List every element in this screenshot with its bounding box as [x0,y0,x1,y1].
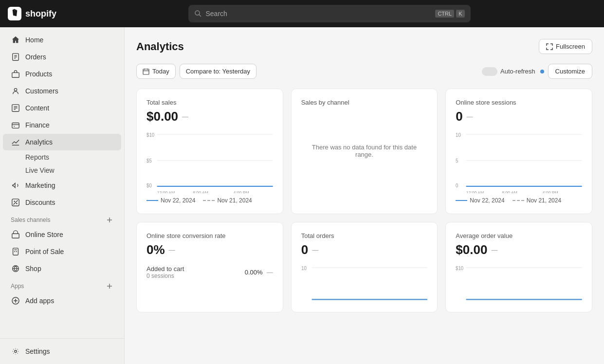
sidebar-item-point-of-sale[interactable]: Point of Sale [3,243,121,260]
svg-point-17 [16,203,18,204]
keyboard-shortcut: CTRL K [435,10,464,18]
main-content: Analytics Fullscreen Today Compare to: Y… [125,27,604,364]
logo[interactable]: shopify [8,7,56,20]
auto-refresh-label: Auto-refresh [500,68,535,75]
sessions-legend-line-previous [512,200,524,201]
total-sales-value: $0.00 — [146,109,273,124]
customize-button[interactable]: Customize [548,64,592,79]
legend-previous-label: Nov 21, 2024 [217,197,252,204]
sidebar-label-marketing: Marketing [25,182,55,189]
legend-line-previous [203,200,215,201]
sidebar-label-reports: Reports [25,153,49,161]
total-orders-badge: — [312,246,318,254]
svg-rect-12 [12,123,19,128]
analytics-cards-grid: Total sales $0.00 — $10 $5 $0 [136,89,592,312]
today-button[interactable]: Today [136,64,176,79]
customers-icon [11,86,20,96]
online-sessions-title: Online store sessions [456,99,582,106]
search-icon [194,10,202,18]
online-sessions-value: 0 — [456,109,582,124]
compare-button[interactable]: Compare to: Yesterday [180,64,256,79]
products-icon [11,69,20,79]
fullscreen-icon [546,43,553,50]
sales-by-channel-title: Sales by channel [301,99,428,106]
sidebar-item-live-view[interactable]: Live View [3,164,121,177]
sidebar-item-finance[interactable]: Finance [3,117,121,133]
conversion-rate-badge: — [169,246,175,254]
sidebar-item-add-apps[interactable]: Add apps [3,292,121,309]
search-bar[interactable]: Search CTRL K [188,5,471,22]
sidebar: Home Orders Products Cu [0,27,125,364]
svg-text:8:00 AM: 8:00 AM [502,190,518,193]
conversion-sub-val-group: 0.00% — [245,269,273,276]
page-title: Analytics [136,40,184,53]
expand-sales-channels-icon[interactable] [106,216,113,224]
sessions-legend-current: Nov 22, 2024 [456,197,504,204]
auto-refresh-switch[interactable] [482,67,497,76]
conversion-rate-sub-row: Added to cart 0 sessions 0.00% — [146,265,273,279]
svg-text:4:00 PM: 4:00 PM [234,190,249,193]
sales-channels-section: Sales channels [0,211,124,226]
sessions-legend-current-label: Nov 22, 2024 [470,197,504,204]
sidebar-item-reports[interactable]: Reports [3,151,121,164]
sidebar-label-pos: Point of Sale [25,248,64,255]
svg-text:$5: $5 [146,158,152,164]
finance-icon [11,120,20,130]
sidebar-item-shop[interactable]: Shop [3,260,121,277]
svg-point-16 [14,200,15,202]
svg-rect-22 [12,234,19,238]
marketing-icon [11,181,20,190]
sidebar-nav: Home Orders Products Cu [0,27,124,338]
auto-refresh-toggle[interactable]: Auto-refresh [482,67,544,76]
compare-label: Compare to: Yesterday [186,68,250,75]
sidebar-label-live-view: Live View [25,166,55,174]
svg-text:10: 10 [301,265,307,271]
svg-text:8:00 AM: 8:00 AM [193,190,208,193]
search-placeholder: Search [206,10,227,18]
sidebar-item-discounts[interactable]: Discounts [3,194,121,211]
sidebar-label-home: Home [25,36,43,44]
svg-text:$0: $0 [146,183,152,188]
sales-by-channel-chart: There was no data found for this date ra… [301,112,428,190]
sidebar-item-products[interactable]: Products [3,66,121,82]
added-to-cart-label: Added to cart [146,265,184,273]
expand-apps-icon[interactable] [106,282,113,290]
total-orders-title: Total orders [301,232,428,239]
online-store-sessions-card: Online store sessions 0 — 10 5 0 12:00 A… [445,89,592,214]
sidebar-item-marketing[interactable]: Marketing [3,177,121,194]
pos-icon [11,247,20,256]
total-orders-card: Total orders 0 — 10 [291,222,438,312]
total-sales-card: Total sales $0.00 — $10 $5 $0 [136,89,283,214]
sessions-legend-line-current [456,200,467,201]
sidebar-footer: Settings [0,338,124,364]
sidebar-item-settings[interactable]: Settings [3,343,121,360]
svg-point-14 [14,126,15,127]
svg-point-34 [15,350,17,353]
sidebar-item-orders[interactable]: Orders [3,49,121,65]
kbd-k: K [456,10,464,18]
store-icon [11,230,20,239]
total-sales-chart: $10 $5 $0 12:00 AM 8:00 AM 4:00 PM [146,130,273,193]
legend-previous: Nov 21, 2024 [203,197,252,204]
sidebar-item-customers[interactable]: Customers [3,83,121,99]
legend-current-label: Nov 22, 2024 [161,197,195,204]
online-sessions-legend: Nov 22, 2024 Nov 21, 2024 [456,197,582,204]
sidebar-item-content[interactable]: Content [3,100,121,116]
shop-icon [11,264,20,273]
svg-text:12:00 AM: 12:00 AM [157,190,175,193]
sidebar-item-analytics[interactable]: Analytics [3,134,121,150]
sidebar-item-online-store[interactable]: Online Store [3,226,121,243]
svg-text:5: 5 [456,158,458,164]
sidebar-label-products: Products [25,70,52,78]
settings-icon [11,346,20,356]
svg-rect-25 [14,251,15,252]
online-sessions-chart: 10 5 0 12:00 AM 8:00 AM 4:00 PM [456,130,582,193]
total-sales-title: Total sales [146,99,273,106]
avg-order-value: $0.00 — [456,242,582,257]
fullscreen-button[interactable]: Fullscreen [539,39,592,54]
content-icon [11,103,20,113]
sidebar-item-home[interactable]: Home [3,32,121,48]
add-apps-icon [11,296,20,306]
sessions-legend-previous: Nov 21, 2024 [512,197,561,204]
sidebar-label-analytics: Analytics [25,138,53,146]
